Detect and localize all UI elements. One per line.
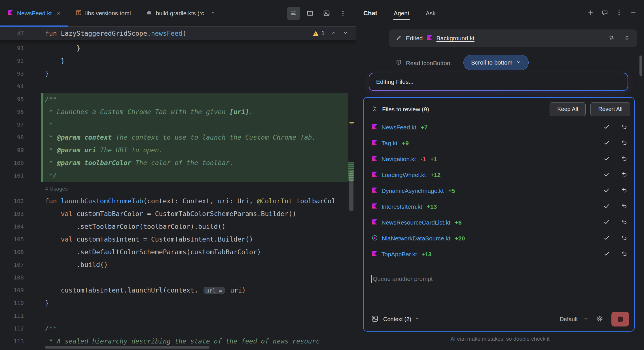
code-line[interactable]: 102fun launchCustomChromeTab(context: Co… [0,195,356,208]
chevron-up-icon[interactable] [331,30,336,37]
editor-tab-newsfeed[interactable]: NewsFeed.kt [0,0,68,26]
revert-file-icon[interactable] [621,155,627,163]
code-line[interactable]: 98 * @param context The context to use t… [0,131,356,144]
close-icon[interactable] [56,11,61,16]
revert-file-icon[interactable] [621,124,627,131]
file-link[interactable]: NewsFeed.kt [382,124,416,131]
keep-all-button[interactable]: Keep All [550,102,586,116]
file-review-row[interactable]: NewsResourceCardList.kt+6 [364,215,634,231]
revert-file-icon[interactable] [621,140,627,147]
code-line[interactable]: 100 * @param toolbarColor The color of t… [0,157,356,169]
list-view-button[interactable] [287,7,300,20]
code-line[interactable]: 92 } [0,55,356,67]
file-review-row[interactable]: DynamicAsyncImage.kt+5 [364,183,634,199]
revert-file-icon[interactable] [621,251,627,258]
revert-file-icon[interactable] [621,219,627,227]
tab-chat[interactable]: Chat [363,10,377,17]
code-editor[interactable]: 91 }92 }93}9495/**96 * Launches a Custom… [0,40,356,348]
file-review-row[interactable]: LoadingWheel.kt+12 [364,167,634,183]
kebab-menu-icon[interactable] [336,7,349,20]
prompt-input[interactable]: Queue another prompt [371,275,433,283]
code-line[interactable]: 109 customTabsIntent.launchUrl(context, … [0,284,356,297]
minimize-icon[interactable] [630,9,637,17]
code-line[interactable]: 4 Usages [0,182,356,195]
stop-button[interactable] [611,312,629,326]
keep-file-icon[interactable] [603,219,610,227]
code-line[interactable]: 93} [0,67,356,80]
revert-file-icon[interactable] [621,235,627,242]
keep-file-icon[interactable] [603,140,610,147]
revert-file-icon[interactable] [621,203,627,211]
model-selector[interactable]: Default [560,316,578,323]
diff-icon[interactable] [608,34,615,42]
file-review-row[interactable]: NewsFeed.kt+7 [364,119,634,135]
code-line[interactable]: 106 .setDefaultColorSchemeParams(customT… [0,246,356,259]
code-line[interactable]: 95/** [0,93,356,106]
code-line[interactable]: 108 [0,271,356,284]
chevron-down-icon[interactable] [211,10,216,17]
code-line[interactable]: 110} [0,297,356,310]
edited-file-card[interactable]: Edited Background.kt [389,29,637,47]
file-review-row[interactable]: Tag.kt+9 [364,135,634,151]
file-link[interactable]: NewsResourceCardList.kt [382,219,450,226]
editor-tab-build-gradle[interactable]: build.gradle.kts (:c [138,0,223,26]
editor-tab-libs-versions[interactable]: libs.versions.toml [68,0,138,26]
chevron-down-icon[interactable] [343,30,348,37]
keep-file-icon[interactable] [603,155,610,163]
gear-icon[interactable] [596,315,603,324]
code-line[interactable]: 96 * Launches a Custom Chrome Tab with t… [0,106,356,118]
keep-file-icon[interactable] [603,171,610,179]
edited-file-link[interactable]: Background.kt [437,35,474,42]
keep-file-icon[interactable] [603,124,610,131]
code-line[interactable]: 113 * A sealed hierarchy describing the … [0,335,356,348]
expand-icon[interactable] [624,34,630,42]
conversation-icon[interactable] [601,9,608,17]
chevron-down-icon[interactable] [583,316,588,322]
kebab-menu-icon[interactable] [616,9,622,17]
code-line[interactable]: 105 val customTabsIntent = CustomTabsInt… [0,233,356,246]
code-line[interactable]: 94 [0,80,356,93]
file-review-row[interactable]: TopAppBar.kt+13 [364,246,634,262]
code-line[interactable]: 91 } [0,42,356,55]
chat-scrollbar[interactable] [639,56,642,76]
context-attach-icon[interactable] [371,315,379,324]
revert-all-button[interactable]: Revert All [590,102,630,116]
chevron-down-icon[interactable] [415,316,419,322]
code-line[interactable]: 104 .setToolbarColor(toolbarColor).build… [0,220,356,233]
file-link[interactable]: InterestsItem.kt [382,203,422,210]
code-line[interactable]: 99 * @param uri The URI to open. [0,144,356,157]
file-link[interactable]: TopAppBar.kt [382,251,417,258]
file-link[interactable]: Navigation.kt [382,156,416,163]
editor-vertical-scrollbar[interactable] [349,171,353,211]
tab-ask[interactable]: Ask [426,10,436,17]
scroll-to-bottom-button[interactable]: Scroll to bottom [463,55,529,70]
file-link[interactable]: DynamicAsyncImage.kt [382,187,444,194]
sticky-code-line[interactable]: 47 fun LazyStaggeredGridScope.newsFeed( … [0,27,356,40]
tab-agent[interactable]: Agent [394,10,409,17]
read-file-row[interactable]: Read IconButton. [396,56,452,70]
split-editor-button[interactable] [304,7,317,20]
file-link[interactable]: LoadingWheel.kt [382,172,426,178]
code-line[interactable]: 97 * [0,118,356,131]
code-line[interactable]: 111 [0,310,356,322]
revert-file-icon[interactable] [621,187,627,195]
keep-file-icon[interactable] [603,251,610,258]
code-line[interactable]: 101 */ [0,169,356,182]
plus-icon[interactable] [587,9,594,17]
keep-file-icon[interactable] [603,203,610,211]
revert-file-icon[interactable] [621,171,627,179]
file-link[interactable]: Tag.kt [382,140,397,147]
file-review-row[interactable]: NiaNetworkDataSource.kt+20 [364,231,634,246]
code-line[interactable]: 107 .build() [0,259,356,271]
preview-image-button[interactable] [320,7,333,20]
file-review-row[interactable]: Navigation.kt-1+1 [364,151,634,167]
code-line[interactable]: 103 val customTabBarColor = CustomTabCol… [0,208,356,220]
collapse-icon[interactable] [372,106,378,113]
context-selector[interactable]: Context (2) [383,316,411,323]
file-review-row[interactable]: InterestsItem.kt+13 [364,199,634,215]
file-link[interactable]: NiaNetworkDataSource.kt [382,235,450,242]
keep-file-icon[interactable] [603,235,610,242]
keep-file-icon[interactable] [603,187,610,195]
warning-badge[interactable]: 1 [313,30,325,37]
code-line[interactable]: 112/** [0,322,356,335]
